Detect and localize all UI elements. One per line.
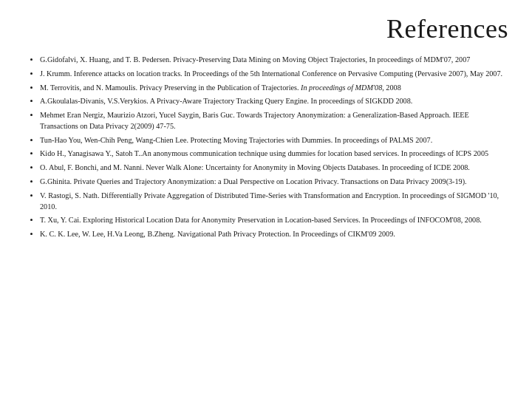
list-item: J. Krumm. Inference attacks on location … [40, 69, 508, 80]
references-list: G.Gidofalvi, X. Huang, and T. B. Pederse… [24, 55, 508, 240]
list-item: G.Ghinita. Private Queries and Trajector… [40, 177, 508, 188]
list-item: K. C. K. Lee, W. Lee, H.Va Leong, B.Zhen… [40, 229, 508, 240]
list-item: Tun-Hao You, Wen-Chih Peng, Wang-Chien L… [40, 135, 508, 146]
list-item: Mehmet Eran Nergiz, Maurizio Atzori, Yuc… [40, 110, 508, 132]
list-item: O. Abul, F. Bonchi, and M. Nanni. Never … [40, 163, 508, 174]
list-item: T. Xu, Y. Cai. Exploring Historical Loca… [40, 215, 508, 226]
list-item: M. Terrovitis, and N. Mamoulis. Privacy … [40, 83, 508, 94]
list-item: G.Gidofalvi, X. Huang, and T. B. Pederse… [40, 55, 508, 66]
page-title: References [24, 13, 508, 44]
list-item: Kido H., Yanagisawa Y., Satoh T..An anon… [40, 149, 508, 160]
list-item: V. Rastogi, S. Nath. Differentially Priv… [40, 191, 508, 213]
page: References G.Gidofalvi, X. Huang, and T.… [0, 0, 532, 399]
list-item: A.Gkoulalas-Divanis, V.S.Verykios. A Pri… [40, 96, 508, 107]
